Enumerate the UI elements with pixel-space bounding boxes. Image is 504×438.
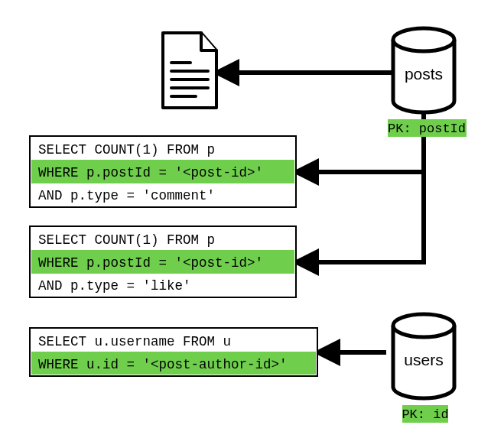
comments-query-line1: SELECT COUNT(1) FROM p xyxy=(38,142,215,157)
comments-query-line2: WHERE p.postId = '<post-id>' xyxy=(38,165,263,180)
comments-count-query: SELECT COUNT(1) FROM p WHERE p.postId = … xyxy=(30,136,296,207)
author-username-query: SELECT u.username FROM u WHERE u.id = '<… xyxy=(30,328,317,376)
diagram-root: posts PK: postId users PK: id SELECT COU… xyxy=(0,0,504,438)
posts-db-label: posts xyxy=(405,65,443,83)
likes-query-line2: WHERE p.postId = '<post-id>' xyxy=(38,255,263,271)
likes-query-line1: SELECT COUNT(1) FROM p xyxy=(38,232,215,248)
connector-posts-to-likes-query xyxy=(309,91,424,262)
svg-point-5 xyxy=(393,28,454,51)
users-db-pk: PK: id xyxy=(402,407,448,422)
comments-query-line3: AND p.type = 'comment' xyxy=(38,188,215,203)
posts-db-pk: PK: postId xyxy=(388,122,466,136)
users-db-label: users xyxy=(404,351,443,368)
svg-point-7 xyxy=(393,314,454,337)
author-query-line2: WHERE u.id = '<post-author-id>' xyxy=(38,357,288,372)
author-query-line1: SELECT u.username FROM u xyxy=(38,334,231,349)
document-icon xyxy=(163,33,216,108)
likes-query-line3: AND p.type = 'like' xyxy=(38,278,191,294)
likes-count-query: SELECT COUNT(1) FROM p WHERE p.postId = … xyxy=(30,226,296,297)
users-database-icon: users PK: id xyxy=(393,314,454,423)
posts-database-icon: posts PK: postId xyxy=(388,28,467,137)
